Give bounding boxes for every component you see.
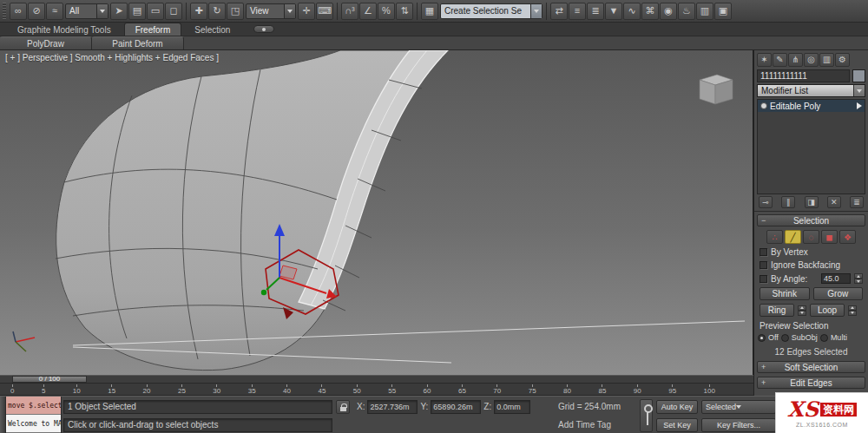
by-angle-checkbox[interactable] (760, 275, 767, 283)
configure-modifier-sets-icon[interactable]: ≣ (850, 196, 864, 208)
x-coordinate-field[interactable]: 2527.736m (367, 400, 418, 414)
key-filter-set-dropdown[interactable]: Selected (701, 400, 776, 414)
create-tab-icon[interactable]: ✶ (757, 53, 772, 67)
object-color-swatch[interactable] (852, 69, 865, 82)
add-time-tag[interactable]: Add Time Tag (558, 420, 636, 430)
show-end-result-icon[interactable]: ∥ (781, 196, 795, 208)
material-editor-icon[interactable]: ◉ (660, 3, 677, 20)
modifier-stack[interactable]: Editable Poly (757, 99, 865, 194)
stack-bulb-icon[interactable] (760, 102, 767, 109)
vertex-mode-icon[interactable]: ∴ (766, 230, 783, 244)
chevron-down-icon[interactable] (736, 399, 748, 415)
chevron-down-icon[interactable] (853, 85, 865, 96)
maxscript-mini-listener[interactable]: move $.selecte Welcome to MAX (6, 397, 62, 433)
viewport-label[interactable]: [ + ] Perspective ] Smooth + Highlights … (5, 53, 219, 62)
viewcube[interactable] (700, 75, 733, 104)
chevron-down-icon[interactable] (284, 4, 295, 18)
by-vertex-checkbox[interactable] (760, 248, 767, 256)
selection-lock-icon[interactable] (336, 400, 350, 414)
select-and-rotate-icon[interactable]: ↻ (208, 3, 226, 20)
chevron-down-icon[interactable] (96, 4, 108, 18)
expand-icon[interactable]: + (761, 379, 766, 387)
listener-script-line[interactable]: Welcome to MAX (6, 415, 61, 433)
by-angle-value-field[interactable]: 45.0 (821, 273, 851, 284)
collapse-icon[interactable]: − (761, 217, 766, 225)
viewport-canvas[interactable] (0, 50, 753, 375)
gizmo-y-handle[interactable] (261, 290, 266, 295)
chevron-down-icon[interactable] (530, 4, 542, 18)
utilities-tab-icon[interactable]: ⚙ (835, 53, 850, 67)
pin-stack-icon[interactable]: ⊸ (759, 196, 773, 208)
ring-spinner[interactable] (798, 305, 806, 316)
remove-modifier-icon[interactable]: ✕ (827, 196, 841, 208)
select-and-move-icon[interactable]: ✚ (190, 3, 207, 20)
grow-button[interactable]: Grow (813, 287, 864, 300)
toolbar-grip[interactable] (3, 3, 6, 20)
reference-coordsys-dropdown[interactable]: View (246, 3, 296, 19)
preview-off-radio[interactable] (758, 334, 766, 342)
hierarchy-tab-icon[interactable]: ⋔ (788, 53, 803, 67)
key-filters-button[interactable]: Key Filters... (701, 418, 776, 432)
loop-button[interactable]: Loop (810, 304, 845, 317)
tab-graphite-modeling-tools[interactable]: Graphite Modeling Tools (7, 23, 122, 36)
snap-toggle-3d-icon[interactable]: ∩³ (341, 3, 358, 20)
percent-snap-icon[interactable]: % (378, 3, 395, 20)
object-name-field[interactable]: 11111111111 (757, 69, 850, 82)
subtab-paint-deform[interactable]: Paint Deform (92, 36, 184, 49)
render-production-icon[interactable]: ▣ (714, 3, 732, 20)
select-and-link-icon[interactable]: ∞ (10, 3, 27, 20)
z-coordinate-field[interactable]: 0.0mm (494, 400, 530, 414)
ignore-backfacing-checkbox[interactable] (760, 261, 767, 269)
display-tab-icon[interactable]: ▥ (819, 53, 834, 67)
select-and-scale-icon[interactable]: ◳ (227, 3, 244, 20)
keyboard-override-icon[interactable]: ⌨ (316, 3, 333, 20)
polygon-mode-icon[interactable]: ◼ (821, 230, 838, 244)
edge-mode-icon[interactable]: ╱ (785, 230, 801, 244)
auto-key-button[interactable]: Auto Key (656, 400, 698, 414)
y-coordinate-field[interactable]: 65890.26m (431, 400, 481, 414)
layer-manager-icon[interactable]: ≣ (587, 3, 604, 20)
select-object-icon[interactable]: ➤ (110, 3, 128, 20)
named-selection-set-combo[interactable]: Create Selection Se (440, 3, 542, 19)
preview-subobj-radio[interactable] (781, 334, 789, 342)
element-mode-icon[interactable]: ❖ (839, 230, 856, 244)
tab-selection[interactable]: Selection (184, 23, 240, 36)
rendered-frame-icon[interactable]: ▥ (696, 3, 713, 20)
align-icon[interactable]: ≡ (569, 3, 586, 20)
spinner-snap-icon[interactable]: ⇅ (396, 3, 413, 20)
subtab-polydraw[interactable]: PolyDraw (0, 36, 92, 49)
modify-tab-icon[interactable]: ✎ (773, 53, 787, 67)
mesh-object[interactable] (56, 50, 448, 371)
rollout-selection-header[interactable]: − Selection (757, 214, 865, 226)
motion-tab-icon[interactable]: ◎ (804, 53, 819, 67)
tab-freeform[interactable]: Freeform (124, 23, 182, 36)
set-key-button[interactable]: Set Key (656, 418, 698, 432)
bind-to-spacewarp-icon[interactable]: ≈ (46, 3, 63, 20)
select-by-name-icon[interactable]: ▤ (128, 3, 146, 20)
time-slider-track[interactable]: 0 / 100 (0, 375, 753, 384)
curve-editor-icon[interactable]: ∿ (623, 3, 641, 20)
shrink-button[interactable]: Shrink (760, 287, 810, 300)
expand-icon[interactable]: + (761, 364, 766, 371)
border-mode-icon[interactable]: ◌ (803, 230, 819, 244)
track-bar-ruler[interactable]: 0510152025303540455055606570758085909510… (0, 384, 753, 396)
unlink-selection-icon[interactable]: ⊘ (28, 3, 45, 20)
listener-grip[interactable] (0, 397, 6, 433)
rectangular-region-icon[interactable]: ▭ (147, 3, 164, 20)
make-unique-icon[interactable]: ◨ (805, 196, 819, 208)
edit-named-selection-sets-icon[interactable]: ▦ (421, 3, 438, 20)
rollout-edit-edges-header[interactable]: + Edit Edges (757, 377, 865, 389)
stack-expand-icon[interactable] (857, 102, 862, 109)
rollout-soft-selection-header[interactable]: + Soft Selection (757, 361, 865, 373)
time-slider-handle[interactable]: 0 / 100 (12, 376, 87, 383)
select-and-manipulate-icon[interactable]: ✛ (298, 3, 315, 20)
modifier-list-dropdown[interactable]: Modifier List (757, 84, 865, 97)
ribbon-minimize-toggle[interactable] (253, 25, 274, 33)
perspective-viewport[interactable]: [ + ] Perspective ] Smooth + Highlights … (0, 50, 753, 375)
schematic-view-icon[interactable]: ⌘ (641, 3, 659, 20)
stack-item-editable-poly[interactable]: Editable Poly (758, 100, 865, 112)
set-keys-button[interactable] (640, 399, 653, 432)
listener-macro-line[interactable]: move $.selecte (6, 397, 61, 415)
preview-multi-radio[interactable] (820, 334, 828, 342)
selection-filter-dropdown[interactable]: All (65, 3, 108, 19)
